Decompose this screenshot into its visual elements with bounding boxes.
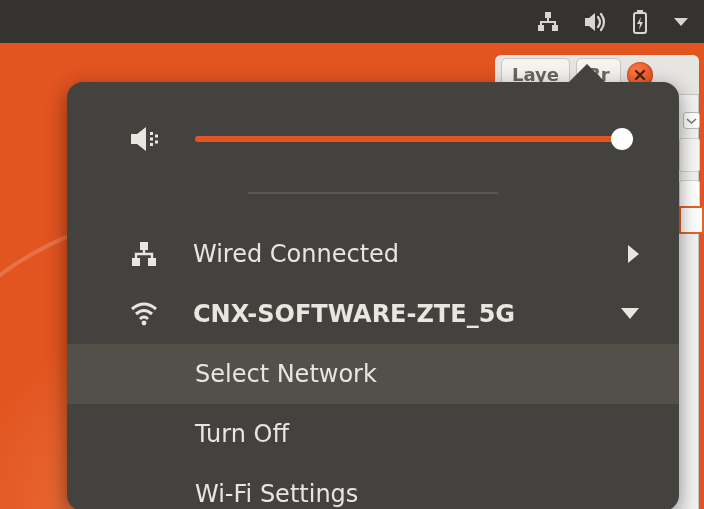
svg-rect-9 [155, 141, 158, 144]
volume-row [67, 82, 679, 182]
wired-network-label: Wired Connected [193, 240, 594, 268]
menu-label: Wi-Fi Settings [195, 480, 639, 508]
menu-label: Select Network [195, 360, 639, 388]
svg-rect-1 [538, 25, 544, 31]
wifi-turn-off-item[interactable]: Turn Off [67, 404, 679, 464]
chevron-down-icon [621, 308, 639, 319]
svg-rect-8 [155, 135, 158, 138]
svg-rect-4 [637, 10, 643, 13]
chevron-right-icon [628, 245, 639, 263]
wifi-icon [129, 302, 159, 326]
battery-indicator-icon[interactable] [630, 9, 650, 35]
svg-rect-0 [545, 12, 551, 18]
top-menu-bar [0, 0, 704, 43]
wired-network-icon [129, 240, 159, 268]
volume-indicator-icon[interactable] [582, 10, 608, 34]
wifi-network-item[interactable]: CNX-SOFTWARE-ZTE_5G [67, 284, 679, 344]
wifi-ssid-label: CNX-SOFTWARE-ZTE_5G [193, 300, 587, 328]
svg-rect-10 [140, 242, 148, 250]
svg-rect-2 [552, 25, 558, 31]
svg-point-13 [142, 320, 147, 325]
svg-rect-7 [150, 143, 153, 146]
background-panel-toggle[interactable] [683, 112, 700, 129]
background-panel-block [679, 138, 700, 172]
wifi-settings-item[interactable]: Wi-Fi Settings [67, 464, 679, 510]
svg-rect-6 [150, 138, 153, 141]
wired-network-item[interactable]: Wired Connected [67, 224, 679, 284]
wifi-select-network-item[interactable]: Select Network [67, 344, 679, 404]
volume-icon [129, 124, 161, 154]
svg-rect-11 [132, 258, 140, 266]
menu-label: Turn Off [195, 420, 639, 448]
volume-slider[interactable] [195, 136, 627, 142]
svg-rect-12 [148, 258, 156, 266]
chevron-down-icon[interactable] [672, 15, 690, 29]
svg-rect-5 [150, 132, 153, 135]
volume-slider-thumb[interactable] [611, 128, 633, 150]
separator [248, 192, 498, 194]
selected-cell [679, 206, 704, 234]
system-menu-popover: Wired Connected CNX-SOFTWARE-ZTE_5G Sele… [67, 82, 679, 509]
network-indicator-icon[interactable] [536, 10, 560, 34]
